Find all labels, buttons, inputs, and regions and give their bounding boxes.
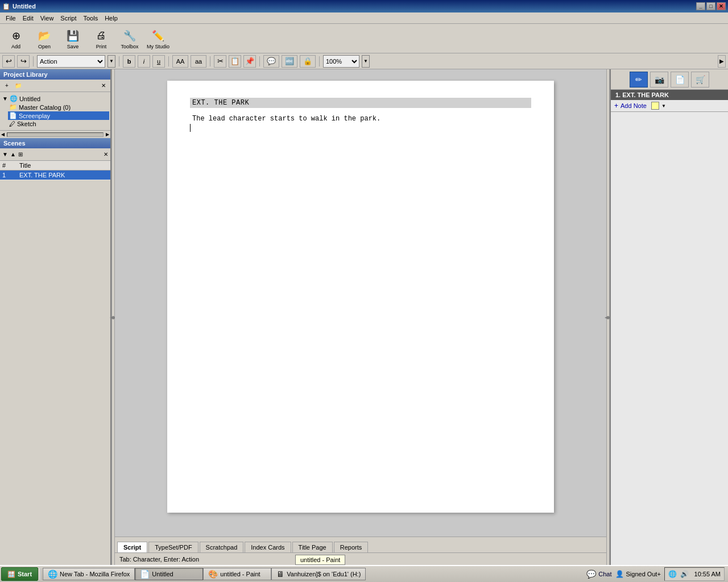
scenes-toolbar: ▼ ▲ ⊞ ✕ <box>0 148 110 161</box>
menu-script[interactable]: Script <box>57 14 80 23</box>
swatch-dropdown[interactable]: ▼ <box>661 103 666 109</box>
project-tree: ▼ 🌐 Untitled 📁 Master Catalog (0) 📄 Scre… <box>0 92 110 130</box>
tree-label-screenplay: Screenplay <box>19 113 50 119</box>
screenplay-icon: 📄 <box>9 112 17 119</box>
underline-button[interactable]: u <box>152 55 165 68</box>
save-button[interactable]: 💾 Save <box>59 26 86 52</box>
sketch-icon: 🖊 <box>9 120 15 127</box>
bold-button[interactable]: b <box>123 55 135 68</box>
scenes-view-icon[interactable]: ⊞ <box>18 151 23 157</box>
network-icon[interactable]: 🌐 <box>668 570 677 578</box>
paste-button[interactable]: 📌 <box>243 55 256 68</box>
right-panel-section-header: 1. EXT. THE PARK <box>611 90 728 100</box>
menu-help[interactable]: Help <box>101 14 121 23</box>
taskbar-paint[interactable]: 🎨 untitled - Paint <box>203 568 271 580</box>
scenes-up-icon[interactable]: ▲ <box>10 151 16 157</box>
element-type-select[interactable]: Action Scene Heading Character Dialogue … <box>37 55 105 68</box>
scroll-track[interactable] <box>7 132 104 137</box>
color-swatch[interactable] <box>651 102 659 110</box>
print-button[interactable]: 🖨 Print <box>88 26 115 52</box>
lowercase-button[interactable]: aa <box>191 55 206 68</box>
sep1 <box>33 56 34 66</box>
action-text[interactable]: The lead character starts to walk in the… <box>190 114 531 124</box>
chat-label[interactable]: Chat <box>598 571 611 577</box>
left-panel-resize[interactable] <box>725 0 728 582</box>
volume-icon[interactable]: 🔊 <box>680 570 689 578</box>
chat-area: 💬 Chat <box>586 569 611 579</box>
right-panel: ✏ 📷 📄 🛒 1. EXT. THE PARK + Add Note ▼ <box>610 69 728 565</box>
spellcheck-button[interactable]: 🔤 <box>282 55 297 68</box>
minimize-button[interactable]: _ <box>696 2 705 10</box>
zoom-select[interactable]: 100% 50% 75% 125% 150% <box>323 55 359 68</box>
cut-button[interactable]: ✂ <box>214 55 226 68</box>
italic-button[interactable]: i <box>138 55 150 68</box>
taskbar-terminal[interactable]: 🖥 Vanhuizen]$ on 'Edu1' (H:) <box>271 568 366 580</box>
rpanel-pencil-button[interactable]: ✏ <box>630 72 648 88</box>
add-note-button[interactable]: Add Note <box>621 102 647 109</box>
right-panel-content <box>611 112 728 565</box>
tree-label-untitled: Untitled <box>19 95 40 102</box>
open-button[interactable]: 📂 Open <box>31 26 58 52</box>
copy-button[interactable]: 📋 <box>229 55 241 68</box>
rpanel-document-button[interactable]: 📄 <box>671 72 689 88</box>
tree-item-sketch[interactable]: 🖊 Sketch <box>8 120 109 128</box>
add-button[interactable]: ⊕ Add <box>2 26 30 52</box>
scenes-header: Scenes <box>0 138 110 148</box>
tab-reports[interactable]: Reports <box>334 542 369 552</box>
folder-button[interactable]: 📁 <box>14 81 23 90</box>
toolbox-button[interactable]: 🔧 Toolbox <box>116 26 143 52</box>
start-button[interactable]: 🪟 Start <box>1 567 38 581</box>
scenes-panel: Scenes ▼ ▲ ⊞ ✕ # Title <box>0 138 110 565</box>
taskbar-firefox[interactable]: 🌐 New Tab - Mozilla Firefox <box>43 568 135 580</box>
title-bar-controls: _ □ ✕ <box>696 2 726 10</box>
menu-edit[interactable]: Edit <box>19 14 37 23</box>
tooltip-paint: untitled - Paint <box>295 555 345 565</box>
project-library-toolbar: + 📁 ✕ <box>0 80 110 92</box>
taskbar-right: 💬 Chat 👤 Signed Out+ 🌐 🔊 10:55 AM <box>586 567 727 581</box>
lock-button[interactable]: 🔒 <box>300 55 316 68</box>
tab-typeset[interactable]: TypeSet/PDF <box>148 542 198 552</box>
script-editor-wrapper[interactable]: EXT. THE PARK The lead character starts … <box>115 69 606 537</box>
scenes-table-header: # Title <box>0 161 110 171</box>
tree-item-screenplay[interactable]: 📄 Screenplay <box>8 111 109 120</box>
comment-button[interactable]: 💬 <box>263 55 279 68</box>
tree-item-untitled[interactable]: ▼ 🌐 Untitled <box>1 94 109 103</box>
menu-file[interactable]: File <box>2 14 19 23</box>
maximize-button[interactable]: □ <box>706 2 715 10</box>
signed-out-area: 👤 Signed Out+ <box>615 570 661 578</box>
taskbar-untitled[interactable]: 📄 Untitled <box>135 568 203 580</box>
scroll-left-icon[interactable]: ◀ <box>0 132 6 137</box>
format-toolbar: ↩ ↪ Action Scene Heading Character Dialo… <box>0 53 728 69</box>
menu-view[interactable]: View <box>37 14 57 23</box>
tab-script[interactable]: Script <box>117 542 147 552</box>
element-dropdown-arrow[interactable]: ▼ <box>107 55 115 68</box>
add-icon: ⊕ <box>8 28 24 44</box>
my-studio-button[interactable]: ✏️ My Studio <box>144 26 172 52</box>
caps-button[interactable]: AA <box>172 55 188 68</box>
redo-button[interactable]: ↪ <box>17 55 30 68</box>
tab-scratchpad[interactable]: Scratchpad <box>200 542 244 552</box>
tab-index-cards[interactable]: Index Cards <box>245 542 291 552</box>
scene-row-1[interactable]: 1 EXT. THE PARK <box>0 171 110 180</box>
scenes-down-icon[interactable]: ▼ <box>2 151 8 157</box>
library-scroll-area[interactable]: ◀ ▶ <box>0 130 110 138</box>
project-library-header: Project Library <box>0 69 110 80</box>
scenes-close-button[interactable]: ✕ <box>104 151 108 157</box>
add-project-button[interactable]: + <box>2 81 11 90</box>
paint-icon: 🎨 <box>208 569 218 579</box>
zoom-dropdown-arrow[interactable]: ▼ <box>362 55 370 68</box>
scroll-right-icon[interactable]: ▶ <box>105 132 110 137</box>
tree-item-master-catalog[interactable]: 📁 Master Catalog (0) <box>8 103 109 111</box>
delete-project-button[interactable]: ✕ <box>99 81 108 90</box>
rpanel-camera-button[interactable]: 📷 <box>650 72 668 88</box>
rpanel-cart-button[interactable]: 🛒 <box>691 72 709 88</box>
toolbox-icon: 🔧 <box>122 28 138 44</box>
sep3 <box>168 56 169 66</box>
tab-title-page[interactable]: Title Page <box>292 542 333 552</box>
scenes-table: # Title 1 EXT. THE PARK <box>0 161 110 180</box>
signed-out-label[interactable]: Signed Out+ <box>626 571 661 577</box>
undo-button[interactable]: ↩ <box>2 55 15 68</box>
scene-heading: EXT. THE PARK <box>190 98 531 108</box>
project-library: Project Library + 📁 ✕ ▼ 🌐 Untitled 📁 Mas… <box>0 69 110 130</box>
menu-tools[interactable]: Tools <box>80 14 101 23</box>
